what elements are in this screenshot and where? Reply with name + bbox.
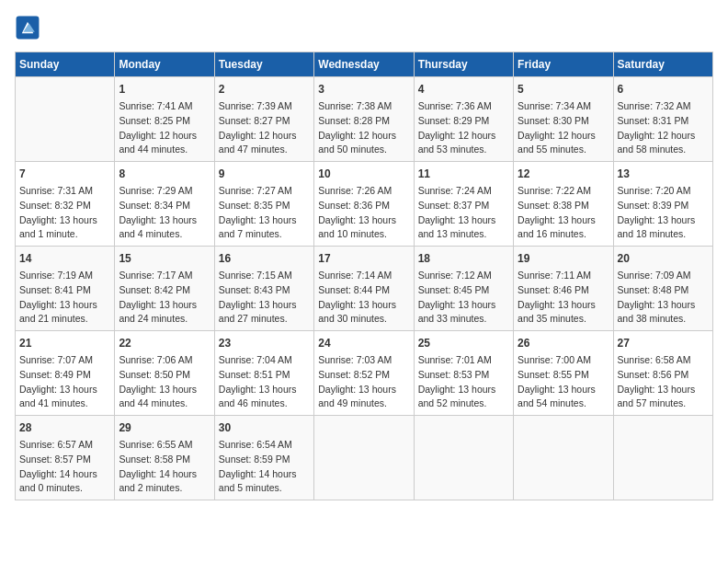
day-number: 1 [119, 81, 210, 98]
calendar-cell: 29Sunrise: 6:55 AM Sunset: 8:58 PM Dayli… [115, 416, 214, 500]
day-number: 14 [19, 250, 110, 267]
day-number: 26 [518, 335, 609, 351]
day-number: 9 [219, 166, 310, 182]
calendar-cell [514, 416, 613, 500]
calendar-cell: 16Sunrise: 7:15 AM Sunset: 8:43 PM Dayli… [214, 247, 313, 331]
calendar-cell: 12Sunrise: 7:22 AM Sunset: 8:38 PM Dayli… [514, 162, 613, 247]
calendar-cell: 20Sunrise: 7:09 AM Sunset: 8:48 PM Dayli… [613, 247, 712, 331]
day-info: Sunrise: 7:00 AM Sunset: 8:55 PM Dayligh… [518, 353, 609, 411]
calendar-cell: 23Sunrise: 7:04 AM Sunset: 8:51 PM Dayli… [214, 331, 313, 416]
calendar-cell: 25Sunrise: 7:01 AM Sunset: 8:53 PM Dayli… [414, 331, 513, 416]
day-number: 22 [119, 335, 210, 351]
column-header-wednesday: Wednesday [314, 52, 414, 77]
day-number: 5 [518, 81, 609, 98]
column-header-sunday: Sunday [16, 52, 115, 77]
calendar-cell: 8Sunrise: 7:29 AM Sunset: 8:34 PM Daylig… [115, 162, 214, 247]
calendar-cell: 7Sunrise: 7:31 AM Sunset: 8:32 PM Daylig… [16, 162, 115, 247]
day-number: 12 [518, 166, 609, 182]
day-number: 2 [219, 81, 310, 98]
day-number: 20 [618, 250, 709, 267]
day-info: Sunrise: 7:14 AM Sunset: 8:44 PM Dayligh… [318, 269, 409, 327]
calendar-cell: 4Sunrise: 7:36 AM Sunset: 8:29 PM Daylig… [414, 77, 513, 162]
day-info: Sunrise: 6:57 AM Sunset: 8:57 PM Dayligh… [19, 438, 110, 496]
column-header-saturday: Saturday [613, 52, 712, 77]
day-number: 6 [618, 81, 709, 98]
day-info: Sunrise: 7:24 AM Sunset: 8:37 PM Dayligh… [418, 184, 509, 242]
calendar-cell: 6Sunrise: 7:32 AM Sunset: 8:31 PM Daylig… [613, 77, 712, 162]
day-number: 17 [318, 250, 409, 267]
day-info: Sunrise: 7:39 AM Sunset: 8:27 PM Dayligh… [219, 99, 310, 157]
day-number: 25 [418, 335, 509, 351]
day-number: 27 [618, 335, 709, 351]
calendar-cell: 11Sunrise: 7:24 AM Sunset: 8:37 PM Dayli… [414, 162, 513, 247]
day-number: 16 [219, 250, 310, 267]
calendar-week-row: 14Sunrise: 7:19 AM Sunset: 8:41 PM Dayli… [16, 247, 713, 331]
day-info: Sunrise: 7:07 AM Sunset: 8:49 PM Dayligh… [19, 353, 110, 411]
calendar-cell [16, 77, 115, 162]
day-info: Sunrise: 6:55 AM Sunset: 8:58 PM Dayligh… [119, 438, 210, 496]
day-info: Sunrise: 7:36 AM Sunset: 8:29 PM Dayligh… [418, 99, 509, 157]
day-info: Sunrise: 7:27 AM Sunset: 8:35 PM Dayligh… [219, 184, 310, 242]
calendar-cell: 17Sunrise: 7:14 AM Sunset: 8:44 PM Dayli… [314, 247, 414, 331]
column-header-thursday: Thursday [414, 52, 513, 77]
day-info: Sunrise: 7:12 AM Sunset: 8:45 PM Dayligh… [418, 269, 509, 327]
day-info: Sunrise: 7:17 AM Sunset: 8:42 PM Dayligh… [119, 269, 210, 327]
column-header-friday: Friday [514, 52, 613, 77]
calendar-cell: 1Sunrise: 7:41 AM Sunset: 8:25 PM Daylig… [115, 77, 214, 162]
day-info: Sunrise: 7:09 AM Sunset: 8:48 PM Dayligh… [618, 269, 709, 327]
day-info: Sunrise: 7:38 AM Sunset: 8:28 PM Dayligh… [318, 99, 409, 157]
day-info: Sunrise: 7:41 AM Sunset: 8:25 PM Dayligh… [119, 99, 210, 157]
column-header-tuesday: Tuesday [214, 52, 313, 77]
day-number: 21 [19, 335, 110, 351]
calendar-cell: 19Sunrise: 7:11 AM Sunset: 8:46 PM Dayli… [514, 247, 613, 331]
day-info: Sunrise: 7:32 AM Sunset: 8:31 PM Dayligh… [618, 99, 709, 157]
day-info: Sunrise: 7:34 AM Sunset: 8:30 PM Dayligh… [518, 99, 609, 157]
day-number: 7 [19, 166, 110, 182]
calendar-cell: 18Sunrise: 7:12 AM Sunset: 8:45 PM Dayli… [414, 247, 513, 331]
calendar-table: SundayMondayTuesdayWednesdayThursdayFrid… [15, 52, 713, 500]
day-number: 23 [219, 335, 310, 351]
calendar-cell: 5Sunrise: 7:34 AM Sunset: 8:30 PM Daylig… [514, 77, 613, 162]
logo-icon [15, 15, 40, 40]
day-info: Sunrise: 7:04 AM Sunset: 8:51 PM Dayligh… [219, 353, 310, 411]
calendar-week-row: 7Sunrise: 7:31 AM Sunset: 8:32 PM Daylig… [16, 162, 713, 247]
day-number: 18 [418, 250, 509, 267]
day-number: 4 [418, 81, 509, 98]
day-number: 15 [119, 250, 210, 267]
day-number: 3 [318, 81, 409, 98]
calendar-week-row: 21Sunrise: 7:07 AM Sunset: 8:49 PM Dayli… [16, 331, 713, 416]
day-info: Sunrise: 7:22 AM Sunset: 8:38 PM Dayligh… [518, 184, 609, 242]
calendar-cell: 15Sunrise: 7:17 AM Sunset: 8:42 PM Dayli… [115, 247, 214, 331]
day-number: 11 [418, 166, 509, 182]
day-info: Sunrise: 7:06 AM Sunset: 8:50 PM Dayligh… [119, 353, 210, 411]
day-number: 28 [19, 419, 110, 436]
day-info: Sunrise: 7:20 AM Sunset: 8:39 PM Dayligh… [618, 184, 709, 242]
calendar-cell: 10Sunrise: 7:26 AM Sunset: 8:36 PM Dayli… [314, 162, 414, 247]
calendar-cell [414, 416, 513, 500]
calendar-cell: 21Sunrise: 7:07 AM Sunset: 8:49 PM Dayli… [16, 331, 115, 416]
column-header-monday: Monday [115, 52, 214, 77]
day-info: Sunrise: 7:31 AM Sunset: 8:32 PM Dayligh… [19, 184, 110, 242]
day-info: Sunrise: 7:01 AM Sunset: 8:53 PM Dayligh… [418, 353, 509, 411]
day-info: Sunrise: 7:26 AM Sunset: 8:36 PM Dayligh… [318, 184, 409, 242]
day-number: 10 [318, 166, 409, 182]
day-info: Sunrise: 6:54 AM Sunset: 8:59 PM Dayligh… [219, 438, 310, 496]
page-header [15, 15, 713, 40]
day-number: 19 [518, 250, 609, 267]
day-info: Sunrise: 7:11 AM Sunset: 8:46 PM Dayligh… [518, 269, 609, 327]
day-number: 24 [318, 335, 409, 351]
calendar-cell [314, 416, 414, 500]
calendar-cell: 28Sunrise: 6:57 AM Sunset: 8:57 PM Dayli… [16, 416, 115, 500]
day-info: Sunrise: 7:15 AM Sunset: 8:43 PM Dayligh… [219, 269, 310, 327]
calendar-cell: 13Sunrise: 7:20 AM Sunset: 8:39 PM Dayli… [613, 162, 712, 247]
calendar-header-row: SundayMondayTuesdayWednesdayThursdayFrid… [16, 52, 713, 77]
calendar-cell: 14Sunrise: 7:19 AM Sunset: 8:41 PM Dayli… [16, 247, 115, 331]
day-info: Sunrise: 6:58 AM Sunset: 8:56 PM Dayligh… [618, 353, 709, 411]
day-number: 29 [119, 419, 210, 436]
day-number: 13 [618, 166, 709, 182]
day-info: Sunrise: 7:29 AM Sunset: 8:34 PM Dayligh… [119, 184, 210, 242]
calendar-cell: 30Sunrise: 6:54 AM Sunset: 8:59 PM Dayli… [214, 416, 313, 500]
calendar-cell: 22Sunrise: 7:06 AM Sunset: 8:50 PM Dayli… [115, 331, 214, 416]
logo [15, 15, 44, 40]
calendar-cell [613, 416, 712, 500]
